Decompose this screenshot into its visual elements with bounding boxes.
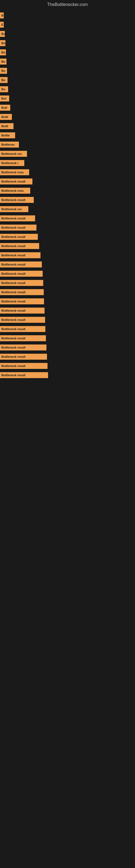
bottleneck-label: Bottleneck result	[0, 271, 43, 277]
result-row: Bottleneck result	[0, 214, 135, 223]
bottleneck-label: Bottleneck result	[0, 280, 43, 286]
site-title: TheBottlenecker.com	[0, 0, 135, 8]
bottleneck-label: Bottleneck result	[0, 335, 46, 341]
result-row: Bottleneck result	[0, 223, 135, 232]
result-row: Bottleneck res	[0, 205, 135, 214]
bottleneck-label: Bottleneck result	[0, 289, 44, 295]
result-row: Bottleneck result	[0, 343, 135, 352]
bottleneck-label: Bott	[0, 105, 10, 111]
result-row: Bottleneck result	[0, 306, 135, 315]
bottleneck-label: Bottleneck result	[0, 252, 41, 258]
bottleneck-label: Bottleneck result	[0, 225, 37, 230]
result-row: Bottleneck resu	[0, 167, 135, 177]
rows-container: BEBoBoBoBoBoBoBoBotBottBottlBottlBottleB…	[0, 8, 135, 382]
bottleneck-label: Bottleneck result	[0, 234, 38, 240]
bottleneck-label: B	[0, 12, 4, 19]
result-row: Bottleneck res	[0, 149, 135, 158]
bottleneck-label: E	[0, 22, 4, 28]
bottleneck-label: Bottleneck result	[0, 372, 48, 378]
result-row: Bottleneck result	[0, 352, 135, 361]
result-row: Bo	[0, 29, 135, 38]
result-row: Bottleneck result	[0, 260, 135, 269]
result-row: Bottleneck result	[0, 195, 135, 205]
bottleneck-label: Bo	[0, 59, 6, 65]
bottleneck-label: Bottleneck res	[0, 151, 27, 157]
bottleneck-label: Bottleneck result	[0, 197, 34, 203]
result-row: B	[0, 11, 135, 20]
bottleneck-label: Bot	[0, 95, 9, 101]
bottleneck-label: Bottleneck r	[0, 160, 24, 166]
bottleneck-label: Bottleneck result	[0, 179, 32, 184]
result-row: Bottleneck result	[0, 269, 135, 278]
result-row: Bo	[0, 48, 135, 57]
result-row: Bo	[0, 38, 135, 48]
result-row: Bottleneck result	[0, 361, 135, 371]
result-row: Bottleneck result	[0, 232, 135, 241]
bottleneck-label: Bottleneck result	[0, 354, 47, 360]
bottleneck-label: Bottleneck result	[0, 308, 45, 314]
result-row: Bo	[0, 66, 135, 75]
bottleneck-label: Bottleneck result	[0, 344, 46, 350]
result-row: Bottleneck result	[0, 371, 135, 380]
bottleneck-label: Bo	[0, 77, 8, 83]
result-row: Bottleneck result	[0, 278, 135, 287]
bottleneck-label: Bo	[0, 31, 5, 37]
bottleneck-label: Bo	[0, 40, 5, 46]
bottleneck-label: Bottleneck result	[0, 261, 42, 268]
bottleneck-label: Bottlenec	[0, 142, 19, 148]
bottleneck-label: Bo	[0, 50, 6, 55]
bottleneck-label: Bottleneck result	[0, 326, 45, 332]
result-row: Bottleneck result	[0, 251, 135, 260]
result-row: Bo	[0, 85, 135, 94]
result-row: Bottleneck result	[0, 177, 135, 186]
bottleneck-label: Bo	[0, 86, 8, 92]
bottleneck-label: Bottleneck result	[0, 215, 35, 221]
result-row: E	[0, 20, 135, 29]
result-row: Bottleneck result	[0, 315, 135, 324]
bottleneck-label: Bottleneck result	[0, 299, 44, 304]
bottleneck-label: Bottleneck result	[0, 363, 48, 369]
result-row: Bottleneck r	[0, 158, 135, 167]
result-row: Bottleneck result	[0, 297, 135, 306]
result-row: Bottleneck result	[0, 287, 135, 297]
bottleneck-label: Bottl	[0, 114, 12, 120]
bottleneck-label: Bottleneck res	[0, 206, 28, 212]
result-row: Bottl	[0, 122, 135, 131]
result-row: Bot	[0, 94, 135, 103]
result-row: Bott	[0, 103, 135, 112]
result-row: Bo	[0, 75, 135, 85]
bottleneck-label: Bottle	[0, 132, 15, 138]
result-row: Bottleneck resu	[0, 186, 135, 195]
result-row: Bottleneck result	[0, 324, 135, 334]
bottleneck-label: Bottleneck result	[0, 317, 45, 323]
result-row: Bottleneck result	[0, 334, 135, 343]
bottleneck-label: Bottl	[0, 123, 13, 129]
result-row: Bo	[0, 57, 135, 66]
result-row: Bottl	[0, 112, 135, 122]
result-row: Bottle	[0, 131, 135, 140]
bottleneck-label: Bottleneck resu	[0, 188, 30, 194]
bottleneck-label: Bo	[0, 68, 7, 74]
bottleneck-label: Bottleneck resu	[0, 169, 29, 175]
bottleneck-label: Bottleneck result	[0, 243, 39, 249]
result-row: Bottleneck result	[0, 241, 135, 251]
result-row: Bottlenec	[0, 140, 135, 149]
